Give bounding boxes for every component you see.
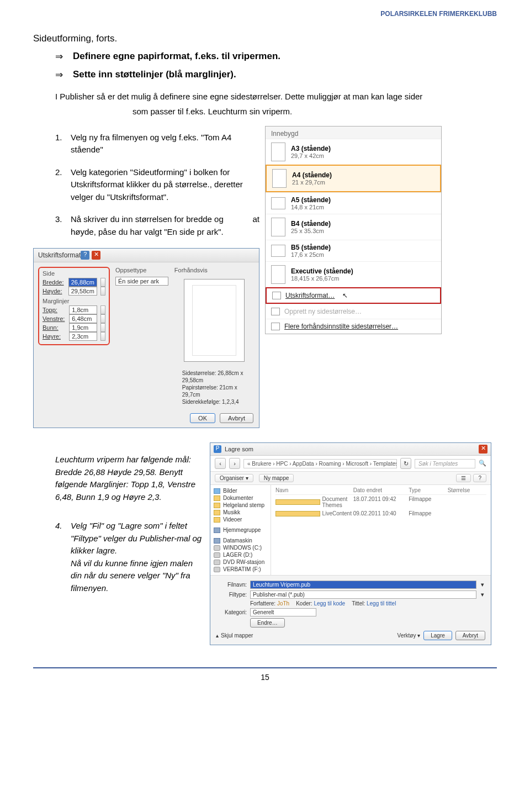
info-papersize: Papirstørrelse: 21cm x 29,7cm bbox=[182, 384, 255, 398]
list-item[interactable]: Document Themes 18.07.2011 09:42Filmappe bbox=[275, 495, 486, 509]
folder-tree[interactable]: Bilder Dokumenter Helgeland stemp Musikk… bbox=[210, 485, 271, 575]
category-select[interactable]: Generelt bbox=[250, 608, 316, 616]
intro-line-1: I Publisher så er det mulig å definere s… bbox=[55, 91, 497, 103]
link-more-sizes[interactable]: Flere forhåndsinnstilte sidestørrelser… bbox=[266, 319, 441, 334]
link-create-new-size[interactable]: Opprett ny sidestørrelse… bbox=[266, 304, 441, 319]
step-1: 1. Velg ny fra filmenyen og velg f.eks. … bbox=[55, 131, 259, 156]
arrow-icon: ⇒ bbox=[55, 69, 63, 81]
step-4-text-b: Nå vil du kunne finne igjen malen din nå… bbox=[71, 558, 193, 593]
breadcrumb[interactable]: « Brukere › HPC › AppData › Roaming › Mi… bbox=[243, 459, 397, 468]
close-icon[interactable]: ✕ bbox=[479, 445, 487, 454]
layout-type-label: Oppsettype bbox=[115, 267, 169, 273]
hide-folders-toggle[interactable]: ▴Skjul mapper bbox=[216, 632, 253, 639]
help-icon[interactable]: ? bbox=[473, 474, 486, 482]
layout-type-select[interactable]: Én side per ark bbox=[115, 277, 168, 286]
list-header[interactable]: NavnDato endretTypeStørrelse bbox=[275, 487, 486, 495]
filetype-select[interactable]: Publisher-mal (*.pub) bbox=[250, 590, 476, 599]
change-button[interactable]: Endre… bbox=[250, 618, 285, 628]
info-order: Siderekkefølge: 1,2,3,4 bbox=[182, 398, 255, 405]
arrow-item-define: ⇒ Definere egne papirformat, f.eks. til … bbox=[55, 51, 497, 62]
authors-label: Forfattere: bbox=[250, 600, 275, 607]
page-size-dropdown: Innebygd A3 (stående)29,7 x 42cm A4 (stå… bbox=[265, 126, 442, 334]
right-input[interactable]: 2,3cm bbox=[69, 332, 97, 341]
help-icon[interactable]: ? bbox=[81, 251, 89, 260]
height-input[interactable]: 29,58cm bbox=[68, 287, 97, 296]
size-option-b4[interactable]: B4 (stående)25 x 35.3cm bbox=[266, 214, 441, 240]
drive-icon bbox=[214, 545, 220, 551]
spinner-icon[interactable] bbox=[100, 287, 105, 296]
drive-icon bbox=[214, 567, 220, 572]
step-3: 3. Nå skriver du inn størrelsen for bred… bbox=[55, 213, 259, 238]
step-2: 2. Velg kategorien "Sideutforming" i bol… bbox=[55, 166, 259, 204]
authors-value[interactable]: JoTh bbox=[277, 600, 289, 607]
top-label: Topp: bbox=[43, 307, 66, 313]
organize-button[interactable]: Organiser ▾ bbox=[215, 474, 253, 482]
ok-button[interactable]: OK bbox=[190, 413, 215, 423]
right-label: Høyre: bbox=[43, 333, 66, 340]
step-4-text-a: Velg "Fil" og "Lagre som" i feltet "Filt… bbox=[71, 521, 202, 555]
tags-label: Koder: bbox=[296, 600, 312, 607]
filetype-label: Filtype: bbox=[216, 592, 247, 598]
save-button[interactable]: Lagre bbox=[423, 631, 452, 640]
step-1-text: Velg ny fra filmenyen og velg f.eks. "To… bbox=[71, 131, 259, 156]
print-format-dialog: Utskriftsformat ? ✕ Side Bredde: 26,88cm bbox=[33, 248, 259, 428]
folder-icon bbox=[214, 517, 220, 523]
link-print-format[interactable]: Utskriftsformat… ↖ bbox=[266, 287, 441, 304]
folder-icon bbox=[275, 511, 320, 516]
org-header: POLARSIRKELEN FRIMERKEKLUBB bbox=[380, 10, 497, 18]
view-icon[interactable]: ☰ bbox=[456, 474, 471, 482]
size-option-executive[interactable]: Executive (stående)18,415 x 26,67cm bbox=[266, 261, 441, 287]
tools-menu[interactable]: Verktøy ▾ bbox=[398, 632, 421, 639]
back-icon[interactable]: ‹ bbox=[215, 458, 226, 469]
page-setup-icon bbox=[272, 292, 281, 299]
title-label: Tittel: bbox=[352, 600, 365, 607]
title-value[interactable]: Legg til tittel bbox=[367, 600, 396, 607]
folder-icon bbox=[214, 488, 220, 494]
bottom-input[interactable]: 1,9cm bbox=[69, 323, 97, 332]
arrow-text: Definere egne papirformat, f.eks. til vr… bbox=[73, 51, 280, 62]
size-option-a5[interactable]: A5 (stående)14,8 x 21cm bbox=[266, 192, 441, 214]
size-option-a3[interactable]: A3 (stående)29,7 x 42cm bbox=[266, 139, 441, 165]
step-4: 4. Velg "Fil" og "Lagre som" i feltet "F… bbox=[55, 520, 204, 594]
bottom-label: Bunn: bbox=[43, 324, 66, 331]
folder-icon bbox=[275, 499, 320, 505]
width-input[interactable]: 26,88cm bbox=[68, 278, 97, 287]
chevron-up-icon: ▴ bbox=[216, 632, 219, 639]
more-icon bbox=[271, 323, 280, 330]
forward-icon[interactable]: › bbox=[229, 458, 240, 469]
top-input[interactable]: 1,8cm bbox=[69, 305, 97, 314]
filename-input[interactable]: Leuchturm Vriperm.pub bbox=[250, 581, 476, 589]
spinner-icon[interactable] bbox=[100, 314, 105, 323]
size-option-a4[interactable]: A4 (stående)21 x 29,7cm bbox=[266, 165, 441, 192]
folder-icon bbox=[214, 510, 220, 515]
side-group-title: Side bbox=[43, 270, 105, 277]
homegroup-icon bbox=[214, 528, 220, 533]
measurements-note: Leuchturm vriperm har følgende mål: Bred… bbox=[55, 454, 204, 503]
cancel-button[interactable]: Avbryt bbox=[220, 413, 253, 423]
arrow-icon: ⇒ bbox=[55, 51, 63, 62]
spinner-icon[interactable] bbox=[100, 332, 105, 341]
page-number: 15 bbox=[33, 667, 497, 682]
new-folder-button[interactable]: Ny mappe bbox=[259, 474, 294, 482]
spinner-icon[interactable] bbox=[100, 323, 105, 332]
section-title: Sideutforming, forts. bbox=[33, 33, 497, 44]
spinner-icon[interactable] bbox=[100, 305, 105, 314]
left-input[interactable]: 6,48cm bbox=[69, 314, 97, 323]
dvd-icon bbox=[214, 560, 220, 565]
list-item[interactable]: LiveContent 09.02.2011 10:40Filmappe bbox=[275, 509, 486, 518]
search-input[interactable]: Søk i Templates bbox=[415, 459, 475, 468]
arrow-text: Sette inn støttelinjer (blå marglinjer). bbox=[73, 69, 236, 80]
refresh-icon[interactable]: ↻ bbox=[400, 458, 411, 469]
publisher-icon: P bbox=[214, 445, 221, 453]
filename-label: Filnavn: bbox=[216, 582, 247, 588]
spinner-icon[interactable] bbox=[100, 278, 105, 287]
info-pagesize: Sidestørrelse: 26,88cm x 29,58cm bbox=[182, 370, 255, 384]
step-3-text: Nå skriver du inn størrelsen for bredde … bbox=[71, 213, 241, 238]
computer-icon bbox=[214, 538, 220, 544]
dropdown-section-header: Innebygd bbox=[266, 126, 441, 139]
size-option-b5[interactable]: B5 (stående)17,6 x 25cm bbox=[266, 240, 441, 261]
close-icon[interactable]: ✕ bbox=[92, 251, 100, 260]
tags-value[interactable]: Legg til kode bbox=[314, 600, 345, 607]
cancel-button[interactable]: Avbryt bbox=[455, 631, 485, 640]
search-icon[interactable]: 🔍 bbox=[479, 460, 486, 467]
